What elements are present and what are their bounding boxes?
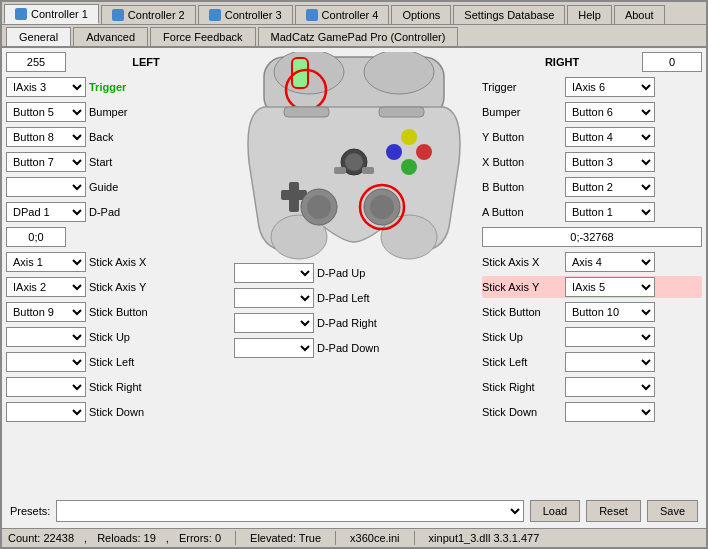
right-bumper-select[interactable]: Button 6: [565, 102, 655, 122]
right-coords-box: 0;-32768: [482, 227, 702, 247]
svg-point-14: [401, 159, 417, 175]
left-stickleft-label: Stick Left: [89, 356, 134, 368]
tab-options[interactable]: Options: [391, 5, 451, 24]
left-stickx-select[interactable]: Axis 1: [6, 252, 86, 272]
left-header: LEFT: [66, 56, 226, 68]
left-dpad-select[interactable]: DPad 1: [6, 202, 86, 222]
status-comma1: ,: [84, 532, 87, 544]
right-stickdown-select[interactable]: [565, 402, 655, 422]
center-dpadright-select[interactable]: [234, 313, 314, 333]
right-stickx-select[interactable]: Axis 4: [565, 252, 655, 272]
right-ybtn-select[interactable]: Button 4: [565, 127, 655, 147]
status-divider2: [335, 531, 336, 545]
left-sticky-label: Stick Axis Y: [89, 281, 146, 293]
load-button[interactable]: Load: [530, 500, 580, 522]
status-dll: xinput1_3.dll 3.3.1.477: [429, 532, 540, 544]
right-abtn-label: A Button: [482, 206, 562, 218]
right-sticky-select[interactable]: IAxis 5: [565, 277, 655, 297]
right-trigger-select[interactable]: IAxis 6: [565, 77, 655, 97]
right-bbtn-row: B Button Button 2: [482, 176, 702, 198]
left-stickdown-label: Stick Down: [89, 406, 144, 418]
left-sticky-select[interactable]: IAxis 2: [6, 277, 86, 297]
tab-controller2[interactable]: Controller 2: [101, 5, 196, 24]
center-dpadright-row: D-Pad Right: [234, 312, 474, 334]
center-dpaddown-select[interactable]: [234, 338, 314, 358]
left-guide-label: Guide: [89, 181, 118, 193]
left-bumper-row: Button 5 Bumper: [6, 101, 226, 123]
status-divider1: [235, 531, 236, 545]
left-stickleft-select[interactable]: [6, 352, 86, 372]
left-trigger-select[interactable]: IAxis 3: [6, 77, 86, 97]
svg-point-15: [416, 144, 432, 160]
tab-controller3[interactable]: Controller 3: [198, 5, 293, 24]
subtab-advanced[interactable]: Advanced: [73, 27, 148, 46]
center-dpadleft-label: D-Pad Left: [317, 292, 370, 304]
subtab-general[interactable]: General: [6, 27, 71, 46]
left-stickx-label: Stick Axis X: [89, 256, 146, 268]
center-dpadup-row: D-Pad Up: [234, 262, 474, 284]
tab-controller1[interactable]: Controller 1: [4, 4, 99, 24]
subtab-madcatz[interactable]: MadCatz GamePad Pro (Controller): [258, 27, 459, 46]
left-stickbtn-row: Button 9 Stick Button: [6, 301, 226, 323]
subtab-force-feedback[interactable]: Force Feedback: [150, 27, 255, 46]
left-stickright-label: Stick Right: [89, 381, 142, 393]
left-stickleft-row: Stick Left: [6, 351, 226, 373]
right-stickdown-label: Stick Down: [482, 406, 562, 418]
left-bumper-select[interactable]: Button 5: [6, 102, 86, 122]
left-start-label: Start: [89, 156, 112, 168]
status-ini: x360ce.ini: [350, 532, 400, 544]
svg-point-17: [401, 129, 417, 145]
svg-rect-22: [284, 107, 329, 117]
left-stickbtn-label: Stick Button: [89, 306, 148, 318]
center-dpadspadleft-row: D-Pad Left: [234, 287, 474, 309]
svg-rect-20: [334, 167, 346, 174]
right-stickup-select[interactable]: [565, 327, 655, 347]
tab-controller4[interactable]: Controller 4: [295, 5, 390, 24]
right-stickx-row: Stick Axis X Axis 4: [482, 251, 702, 273]
reset-button[interactable]: Reset: [586, 500, 641, 522]
left-dpad-row: DPad 1 D-Pad: [6, 201, 226, 223]
left-stickright-select[interactable]: [6, 377, 86, 397]
right-bbtn-select[interactable]: Button 2: [565, 177, 655, 197]
right-sticky-label: Stick Axis Y: [482, 281, 562, 293]
left-stickup-select[interactable]: [6, 327, 86, 347]
tab-help[interactable]: Help: [567, 5, 612, 24]
controller4-icon: [306, 9, 318, 21]
left-stickx-row: Axis 1 Stick Axis X: [6, 251, 226, 273]
center-dpadup-label: D-Pad Up: [317, 267, 365, 279]
right-stickleft-label: Stick Left: [482, 356, 562, 368]
tab-settings-db[interactable]: Settings Database: [453, 5, 565, 24]
left-back-select[interactable]: Button 8: [6, 127, 86, 147]
left-sticky-row: IAxis 2 Stick Axis Y: [6, 276, 226, 298]
right-stickleft-select[interactable]: [565, 352, 655, 372]
left-stickup-row: Stick Up: [6, 326, 226, 348]
right-stickbtn-label: Stick Button: [482, 306, 562, 318]
left-back-label: Back: [89, 131, 113, 143]
right-value-box: 0: [642, 52, 702, 72]
right-stickbtn-row: Stick Button Button 10: [482, 301, 702, 323]
right-stickbtn-select[interactable]: Button 10: [565, 302, 655, 322]
controller-svg: [230, 52, 478, 262]
center-dpadleft-select[interactable]: [234, 288, 314, 308]
save-button[interactable]: Save: [647, 500, 698, 522]
status-reloads: Reloads: 19: [97, 532, 156, 544]
center-dpaddown-label: D-Pad Down: [317, 342, 379, 354]
main-content-area: 255 LEFT IAxis 3 Trigger Button 5 Bumper…: [2, 48, 706, 528]
main-window: Controller 1 Controller 2 Controller 3 C…: [0, 0, 708, 549]
center-dpadup-select[interactable]: [234, 263, 314, 283]
left-stickdown-select[interactable]: [6, 402, 86, 422]
left-start-select[interactable]: Button 7: [6, 152, 86, 172]
right-stickright-select[interactable]: [565, 377, 655, 397]
left-coords-box: 0;0: [6, 227, 66, 247]
left-stickbtn-select[interactable]: Button 9: [6, 302, 86, 322]
svg-rect-21: [362, 167, 374, 174]
right-ybtn-row: Y Button Button 4: [482, 126, 702, 148]
right-xbtn-select[interactable]: Button 3: [565, 152, 655, 172]
right-abtn-select[interactable]: Button 1: [565, 202, 655, 222]
right-sticky-row: Stick Axis Y IAxis 5: [482, 276, 702, 298]
presets-select[interactable]: [56, 500, 523, 522]
tab-about[interactable]: About: [614, 5, 665, 24]
left-guide-select[interactable]: [6, 177, 86, 197]
dpad-center-area: D-Pad Up D-Pad Left D-Pad Right D-Pad Do…: [230, 262, 478, 360]
bottom-bar: Presets: Load Reset Save: [6, 496, 702, 524]
